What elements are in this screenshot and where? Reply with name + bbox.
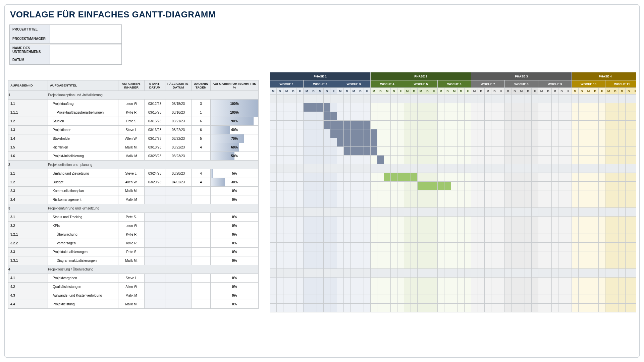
timeline-cell <box>579 260 585 269</box>
timeline-cell <box>592 304 599 312</box>
timeline-cell <box>471 304 478 312</box>
week-header: WOCHE 2 <box>304 80 337 88</box>
timeline-cell <box>538 278 545 286</box>
timeline-cell <box>310 208 317 217</box>
timeline-cell <box>538 147 545 156</box>
timeline-cell <box>592 138 599 147</box>
timeline-cell <box>605 295 612 304</box>
meta-value-project-title[interactable] <box>50 25 122 34</box>
timeline-cell <box>552 190 558 199</box>
timeline-cell <box>532 269 538 278</box>
timeline-cell <box>283 260 290 269</box>
timeline-row <box>270 278 636 286</box>
timeline-cell <box>431 156 438 164</box>
timeline-cell <box>572 103 579 112</box>
meta-value-date[interactable] <box>50 55 122 65</box>
timeline-cell <box>478 217 485 225</box>
timeline-cell <box>431 95 438 103</box>
timeline-cell <box>585 251 592 260</box>
timeline-cell <box>391 138 397 147</box>
timeline-cell <box>626 234 632 243</box>
timeline-cell <box>491 190 498 199</box>
timeline-cell <box>371 243 377 251</box>
timeline-row <box>270 190 636 199</box>
timeline-cell <box>411 121 418 129</box>
timeline-cell <box>277 103 283 112</box>
timeline-cell <box>525 278 532 286</box>
timeline-cell <box>371 147 377 156</box>
meta-value-project-manager[interactable] <box>50 34 122 44</box>
timeline-cell <box>391 208 397 217</box>
timeline-cell <box>558 103 565 112</box>
timeline-cell <box>471 138 478 147</box>
task-title: Stakeholder <box>48 134 118 143</box>
timeline-cell <box>351 286 357 295</box>
timeline-cell <box>518 269 525 278</box>
timeline-cell <box>612 112 619 121</box>
timeline-cell <box>290 129 297 138</box>
task-start <box>145 247 165 256</box>
timeline-cell <box>424 278 431 286</box>
timeline-row <box>270 295 636 304</box>
timeline-cell <box>344 164 351 173</box>
timeline-cell <box>491 147 498 156</box>
timeline-cell <box>404 173 411 182</box>
timeline-cell <box>337 199 344 208</box>
timeline-cell <box>384 286 391 295</box>
timeline-cell <box>465 295 471 304</box>
task-title: Kommunikationsplan <box>48 186 118 195</box>
timeline-cell <box>552 147 558 156</box>
timeline-cell <box>444 260 451 269</box>
timeline-cell <box>532 156 538 164</box>
timeline-cell <box>505 121 512 129</box>
timeline-cell <box>599 121 605 129</box>
task-id: 2.3 <box>8 186 48 195</box>
timeline-cell <box>431 234 438 243</box>
timeline-cell <box>424 304 431 312</box>
timeline-cell <box>498 243 505 251</box>
timeline-cell <box>391 286 397 295</box>
timeline-cell <box>290 190 297 199</box>
timeline-cell <box>491 234 498 243</box>
timeline-cell <box>317 269 324 278</box>
timeline-cell <box>558 278 565 286</box>
timeline-cell <box>538 286 545 295</box>
timeline-cell <box>579 269 585 278</box>
timeline-cell <box>565 217 572 225</box>
timeline-cell <box>592 269 599 278</box>
timeline-cell <box>485 199 491 208</box>
timeline-cell <box>518 278 525 286</box>
timeline-cell <box>391 217 397 225</box>
timeline-cell <box>572 173 579 182</box>
timeline-cell <box>337 103 344 112</box>
timeline-cell <box>565 225 572 234</box>
timeline-cell <box>619 243 626 251</box>
timeline-cell <box>324 95 330 103</box>
week-header: WOCHE 4 <box>371 80 404 88</box>
timeline-cell <box>404 199 411 208</box>
task-title: Projektleistung <box>48 300 118 308</box>
timeline-cell <box>384 190 391 199</box>
timeline-cell <box>478 164 485 173</box>
timeline-cell <box>605 121 612 129</box>
timeline-cell <box>532 164 538 173</box>
timeline-cell <box>317 225 324 234</box>
timeline-cell <box>491 208 498 217</box>
timeline-cell <box>632 95 636 103</box>
timeline-cell <box>585 269 592 278</box>
meta-value-company-name[interactable] <box>50 45 122 55</box>
task-due: 03/22/23 <box>165 125 192 134</box>
timeline-cell <box>632 278 636 286</box>
timeline-cell <box>330 234 337 243</box>
timeline-cell <box>364 129 371 138</box>
timeline-cell <box>351 269 357 278</box>
timeline-cell <box>558 199 565 208</box>
timeline-cell <box>512 164 518 173</box>
timeline-cell <box>270 199 277 208</box>
timeline-cell <box>277 295 283 304</box>
timeline-cell <box>465 112 471 121</box>
timeline-cell <box>612 260 619 269</box>
task-progress: 0% <box>210 274 258 282</box>
timeline-cell <box>283 95 290 103</box>
day-header: D <box>391 88 397 95</box>
